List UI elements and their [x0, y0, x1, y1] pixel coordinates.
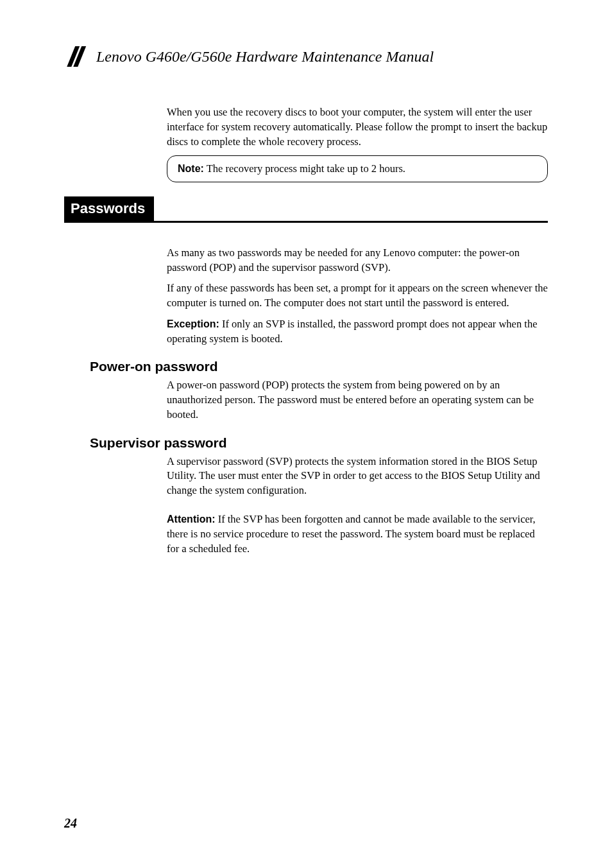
slash-icon	[64, 45, 87, 68]
section-header: Passwords	[64, 196, 548, 223]
note-label: Note:	[178, 163, 204, 174]
attention-text: If the SVP has been forgotten and cannot…	[167, 513, 536, 555]
sub1-body: A power-on password (POP) protects the s…	[167, 378, 548, 422]
page-header: Lenovo G460e/G560e Hardware Maintenance …	[64, 45, 548, 68]
section-title: Passwords	[64, 196, 154, 221]
manual-title: Lenovo G460e/G560e Hardware Maintenance …	[96, 48, 434, 65]
sub1-p1: A power-on password (POP) protects the s…	[167, 378, 548, 422]
sub2-body: A supervisor password (SVP) protects the…	[167, 455, 548, 557]
page-number: 24	[64, 816, 77, 831]
section-p1: As many as two passwords may be needed f…	[167, 246, 548, 275]
exception-text: If only an SVP is installed, the passwor…	[167, 318, 537, 345]
exception-label: Exception:	[167, 318, 219, 329]
intro-paragraph: When you use the recovery discs to boot …	[167, 105, 548, 149]
note-text: The recovery process might take up to 2 …	[204, 162, 405, 175]
subheading-pop: Power-on password	[90, 359, 548, 374]
attention-label: Attention:	[167, 514, 216, 525]
subheading-svp: Supervisor password	[90, 435, 548, 451]
section-body: As many as two passwords may be needed f…	[167, 246, 548, 347]
section-exception: Exception: If only an SVP is installed, …	[167, 317, 548, 347]
sub2-p1: A supervisor password (SVP) protects the…	[167, 455, 548, 498]
note-box: Note: The recovery process might take up…	[167, 155, 548, 182]
section-p2: If any of these passwords has been set, …	[167, 281, 548, 311]
sub2-attention: Attention: If the SVP has been forgotten…	[167, 512, 548, 556]
section-underline	[64, 221, 548, 223]
intro-block: When you use the recovery discs to boot …	[167, 105, 548, 182]
page: Lenovo G460e/G560e Hardware Maintenance …	[0, 0, 612, 868]
